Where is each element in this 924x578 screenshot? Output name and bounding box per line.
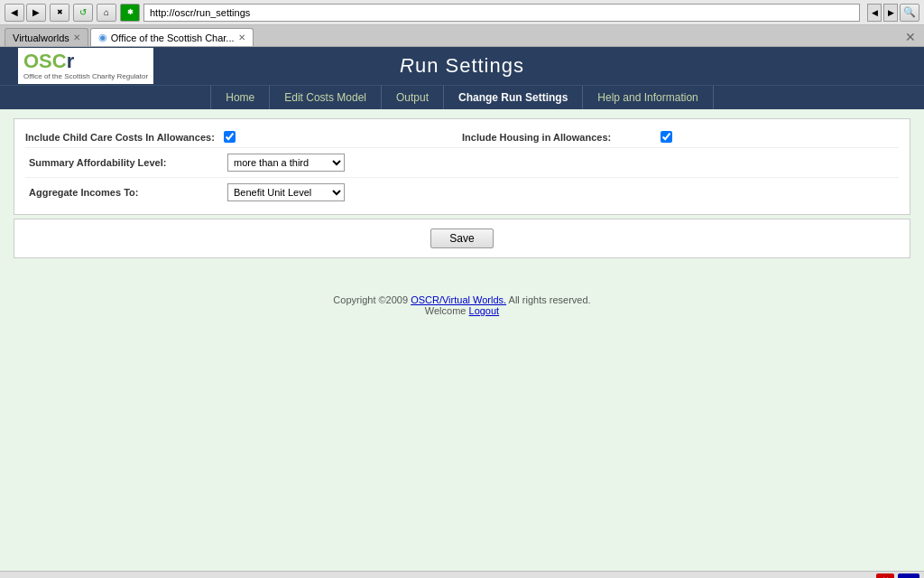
nav-item-home[interactable]: Home bbox=[210, 86, 270, 109]
tab-virtualworlds-close[interactable]: ✕ bbox=[73, 33, 80, 42]
page-title: Run Settings bbox=[400, 54, 524, 78]
scroll-right[interactable]: ▶ bbox=[883, 4, 898, 22]
aggregate-label: Aggregate Incomes To: bbox=[29, 187, 227, 198]
page-title-rest: un Settings bbox=[415, 54, 524, 77]
search-icon[interactable]: 🔍 bbox=[900, 4, 919, 22]
browser-logo: ✱ bbox=[120, 4, 140, 22]
childcare-col: Include Child Care Costs In Allowances: bbox=[25, 131, 462, 143]
housing-label: Include Housing in Allowances: bbox=[462, 132, 661, 143]
childcare-label: Include Child Care Costs In Allowances: bbox=[25, 132, 224, 143]
footer-copyright-line: Copyright ©2009 OSCR/Virtual Worlds. All… bbox=[9, 294, 915, 305]
nav-link-home[interactable]: Home bbox=[210, 86, 270, 109]
checkbox-row: Include Child Care Costs In Allowances: … bbox=[25, 126, 899, 148]
nav-item-edit-costs[interactable]: Edit Costs Model bbox=[270, 86, 382, 109]
housing-checkbox[interactable] bbox=[661, 131, 672, 143]
site-footer: Copyright ©2009 OSCR/Virtual Worlds. All… bbox=[0, 285, 924, 325]
security-icon: ✕ bbox=[876, 573, 894, 579]
logo-subtitle: Office of the Scottish Charity Regulator bbox=[23, 72, 148, 80]
save-area: Save bbox=[14, 219, 910, 258]
nav-item-output[interactable]: Output bbox=[382, 86, 444, 109]
aggregate-row: Aggregate Incomes To: Benefit Unit Level… bbox=[25, 178, 899, 207]
childcare-checkbox[interactable] bbox=[224, 131, 236, 143]
footer-welcome-line: Welcome Logout bbox=[9, 305, 915, 316]
logo-r: r bbox=[67, 50, 75, 72]
save-button[interactable]: Save bbox=[430, 228, 493, 248]
affordability-row: Summary Affordability Level: more than a… bbox=[25, 148, 899, 178]
nav-list: Home Edit Costs Model Output Change Run … bbox=[0, 86, 924, 109]
scroll-left[interactable]: ◀ bbox=[867, 4, 882, 22]
browser-statusbar: ✕ W3 bbox=[0, 571, 924, 578]
nav-item-help[interactable]: Help and Information bbox=[583, 86, 713, 109]
settings-section: Include Child Care Costs In Allowances: … bbox=[14, 118, 910, 215]
main-content: Include Child Care Costs In Allowances: … bbox=[0, 109, 924, 267]
aggregate-select[interactable]: Benefit Unit Level Individual Level Hous… bbox=[227, 183, 345, 201]
footer-rights: All rights reserved. bbox=[506, 294, 591, 305]
footer-link[interactable]: OSCR/Virtual Worlds. bbox=[411, 294, 506, 305]
w3-icon: W3 bbox=[898, 573, 919, 579]
logo-osc: OSC bbox=[23, 50, 67, 72]
footer-welcome-text: Welcome bbox=[425, 305, 469, 316]
back-button[interactable]: ◀ bbox=[5, 4, 24, 22]
address-bar[interactable] bbox=[143, 4, 860, 22]
tab-oscr[interactable]: ◉ Office of the Scottish Char... ✕ bbox=[90, 28, 254, 46]
nav-buttons[interactable]: ◀ ▶ bbox=[5, 4, 46, 22]
tab-oscr-close[interactable]: ✕ bbox=[238, 33, 245, 42]
home-button[interactable]: ⌂ bbox=[97, 4, 116, 22]
nav-item-change-run[interactable]: Change Run Settings bbox=[444, 86, 583, 109]
page-wrapper: OSCr Office of the Scottish Charity Regu… bbox=[0, 47, 924, 571]
tab-oscr-favicon: ◉ bbox=[98, 32, 107, 43]
stop-button[interactable]: ✖ bbox=[50, 4, 69, 22]
logo-text: OSCr bbox=[23, 51, 148, 71]
tab-virtualworlds-label: Virtualworlds bbox=[13, 33, 69, 43]
nav-link-change-run[interactable]: Change Run Settings bbox=[444, 86, 583, 109]
logo-area: OSCr Office of the Scottish Charity Regu… bbox=[18, 48, 153, 84]
footer-logout-link[interactable]: Logout bbox=[469, 305, 500, 316]
refresh-button[interactable]: ↺ bbox=[73, 4, 93, 22]
site-nav: Home Edit Costs Model Output Change Run … bbox=[0, 85, 924, 109]
browser-right-controls: ◀ ▶ 🔍 bbox=[867, 4, 919, 22]
nav-link-output[interactable]: Output bbox=[382, 86, 444, 109]
site-header: OSCr Office of the Scottish Charity Regu… bbox=[0, 47, 924, 85]
tab-virtualworlds[interactable]: Virtualworlds ✕ bbox=[5, 28, 88, 46]
page-title-italic: R bbox=[400, 54, 415, 77]
forward-button[interactable]: ▶ bbox=[26, 4, 46, 22]
close-all-tabs[interactable]: ✕ bbox=[905, 30, 919, 44]
footer-copyright-text: Copyright ©2009 bbox=[333, 294, 411, 305]
browser-tabs: Virtualworlds ✕ ◉ Office of the Scottish… bbox=[0, 25, 924, 47]
affordability-select[interactable]: more than a third less than a third half… bbox=[227, 154, 345, 172]
nav-link-help[interactable]: Help and Information bbox=[583, 86, 713, 109]
tab-oscr-label: Office of the Scottish Char... bbox=[111, 33, 235, 43]
browser-toolbar: ◀ ▶ ✖ ↺ ⌂ ✱ ◀ ▶ 🔍 bbox=[0, 0, 924, 25]
logo-box: OSCr Office of the Scottish Charity Regu… bbox=[18, 48, 153, 84]
statusbar-right: ✕ W3 bbox=[876, 573, 919, 579]
affordability-label: Summary Affordability Level: bbox=[29, 157, 227, 168]
housing-col: Include Housing in Allowances: bbox=[462, 131, 899, 143]
nav-link-edit-costs[interactable]: Edit Costs Model bbox=[270, 86, 382, 109]
